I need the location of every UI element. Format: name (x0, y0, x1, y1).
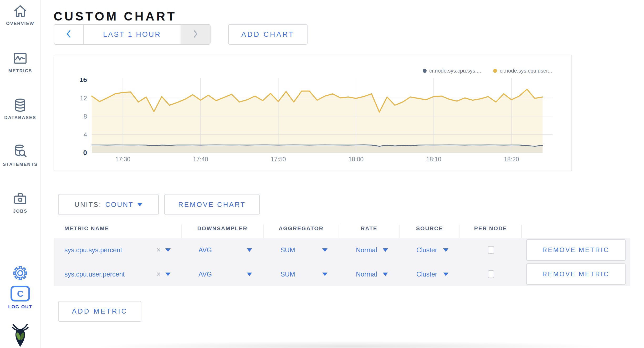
units-dropdown[interactable]: UNITS: COUNT (58, 194, 159, 215)
source-dropdown[interactable]: Cluster (400, 270, 460, 278)
svg-text:18:10: 18:10 (426, 156, 441, 163)
actions-cell: REMOVE METRIC (522, 263, 630, 285)
metrics-table-body: sys.cpu.sys.percent × AVG SUM Normal Clu… (54, 238, 630, 286)
remove-metric-button[interactable]: REMOVE METRIC (526, 239, 626, 261)
sidebar: OVERVIEW METRICS DATABASES (0, 0, 41, 348)
actions-cell: REMOVE METRIC (522, 239, 630, 261)
legend-label: cr.node.sys.cpu.sys.... (429, 68, 481, 74)
cockroach-logo (0, 324, 40, 347)
source-dropdown[interactable]: Cluster (400, 246, 460, 254)
chevron-right-icon (193, 30, 198, 39)
svg-text:16: 16 (79, 78, 87, 84)
chevron-left-icon (66, 30, 71, 39)
column-header-metric-name: METRIC NAME (54, 225, 182, 238)
svg-text:18:20: 18:20 (504, 156, 519, 163)
table-row: sys.cpu.sys.percent × AVG SUM Normal Clu… (54, 238, 630, 262)
metric-name-value[interactable]: sys.cpu.user.percent (64, 270, 125, 278)
svg-text:8: 8 (84, 113, 87, 120)
chevron-down-icon (443, 273, 448, 276)
chart-card: cr.node.sys.cpu.sys.... cr.node.sys.cpu.… (54, 55, 572, 171)
metrics-chart-icon (13, 51, 28, 66)
database-icon (13, 98, 28, 112)
time-range-next-button[interactable] (181, 25, 210, 44)
units-label: UNITS: (74, 201, 101, 209)
page-title: CUSTOM CHART (54, 9, 177, 23)
sidebar-item-statements[interactable]: STATEMENTS (0, 144, 40, 167)
chevron-down-icon (443, 248, 448, 252)
legend-label: cr.node.sys.cpu.user... (500, 68, 552, 74)
metric-dropdown[interactable]: × (156, 246, 171, 254)
chevron-down-icon (137, 203, 142, 206)
downsampler-dropdown[interactable]: AVG (182, 246, 264, 254)
time-range-prev-button[interactable] (54, 25, 84, 44)
sidebar-item-label: STATEMENTS (3, 162, 38, 167)
svg-text:17:40: 17:40 (193, 156, 208, 163)
per-node-checkbox[interactable] (488, 270, 494, 278)
svg-text:12: 12 (80, 95, 87, 102)
metric-name-cell: sys.cpu.user.percent × (54, 270, 182, 278)
sidebar-item-metrics[interactable]: METRICS (0, 51, 40, 74)
source-value: Cluster (416, 270, 437, 278)
units-value: COUNT (105, 201, 133, 209)
svg-text:18:00: 18:00 (349, 156, 364, 163)
column-header-source: SOURCE (400, 225, 460, 238)
downsampler-value: AVG (198, 270, 212, 278)
time-range-selector: LAST 1 HOUR (54, 24, 211, 45)
statements-search-icon (13, 144, 28, 159)
per-node-checkbox[interactable] (488, 246, 494, 254)
rate-value: Normal (356, 270, 377, 278)
metrics-table-header: METRIC NAME DOWNSAMPLER AGGREGATOR RATE … (54, 225, 630, 238)
sidebar-item-jobs[interactable]: JOBS (0, 191, 40, 214)
chart-legend: cr.node.sys.cpu.sys.... cr.node.sys.cpu.… (423, 68, 552, 74)
legend-dot-sys (423, 69, 427, 73)
column-header-per-node: PER NODE (460, 225, 522, 238)
legend-item-sys[interactable]: cr.node.sys.cpu.sys.... (423, 68, 481, 74)
svg-text:17:50: 17:50 (271, 156, 286, 163)
gear-icon (12, 265, 28, 281)
aggregator-dropdown[interactable]: SUM (264, 270, 339, 278)
metric-name-cell: sys.cpu.sys.percent × (54, 246, 182, 254)
cockroach-c-icon: C (10, 285, 30, 302)
rate-dropdown[interactable]: Normal (339, 270, 400, 278)
clear-metric-icon[interactable]: × (156, 246, 161, 254)
chevron-down-icon (247, 273, 252, 276)
sidebar-item-overview[interactable]: OVERVIEW (0, 4, 40, 26)
cockroach-bug-icon (12, 324, 29, 347)
metric-dropdown[interactable]: × (156, 270, 171, 278)
chevron-down-icon (383, 273, 388, 276)
legend-item-user[interactable]: cr.node.sys.cpu.user... (493, 68, 552, 74)
source-value: Cluster (416, 246, 437, 254)
remove-metric-button[interactable]: REMOVE METRIC (526, 263, 626, 285)
custom-chart-canvas[interactable]: 048121617:3017:4017:5018:0018:1018:20 (76, 78, 553, 165)
sidebar-item-label: JOBS (13, 209, 27, 214)
chevron-down-icon (322, 248, 328, 252)
sidebar-item-settings[interactable] (0, 265, 40, 281)
column-header-actions (522, 225, 630, 238)
chevron-down-icon (322, 273, 328, 276)
metrics-table: METRIC NAME DOWNSAMPLER AGGREGATOR RATE … (54, 225, 630, 286)
rate-dropdown[interactable]: Normal (339, 246, 400, 254)
svg-text:4: 4 (84, 131, 87, 138)
sidebar-item-databases[interactable]: DATABASES (0, 98, 40, 120)
sidebar-item-label: DATABASES (4, 115, 36, 120)
table-row: sys.cpu.user.percent × AVG SUM Normal Cl… (54, 262, 630, 286)
scroll-shadow (100, 341, 599, 348)
logout-label: LOG OUT (8, 304, 32, 310)
remove-chart-button[interactable]: REMOVE CHART (164, 194, 260, 215)
aggregator-dropdown[interactable]: SUM (264, 246, 339, 254)
add-metric-button[interactable]: ADD METRIC (58, 301, 141, 322)
downsampler-value: AVG (198, 246, 212, 254)
add-chart-button[interactable]: ADD CHART (228, 24, 308, 45)
aggregator-value: SUM (280, 246, 295, 254)
chevron-down-icon (247, 248, 252, 252)
column-header-downsampler: DOWNSAMPLER (182, 225, 264, 238)
column-header-rate: RATE (339, 225, 400, 238)
custom-chart-page: OVERVIEW METRICS DATABASES (0, 0, 644, 348)
clear-metric-icon[interactable]: × (156, 270, 161, 278)
time-range-value[interactable]: LAST 1 HOUR (84, 25, 181, 44)
metric-name-value[interactable]: sys.cpu.sys.percent (64, 246, 122, 254)
home-icon (13, 4, 28, 18)
sidebar-item-logout[interactable]: C LOG OUT (0, 285, 40, 310)
downsampler-dropdown[interactable]: AVG (182, 270, 264, 278)
per-node-cell (460, 246, 522, 254)
